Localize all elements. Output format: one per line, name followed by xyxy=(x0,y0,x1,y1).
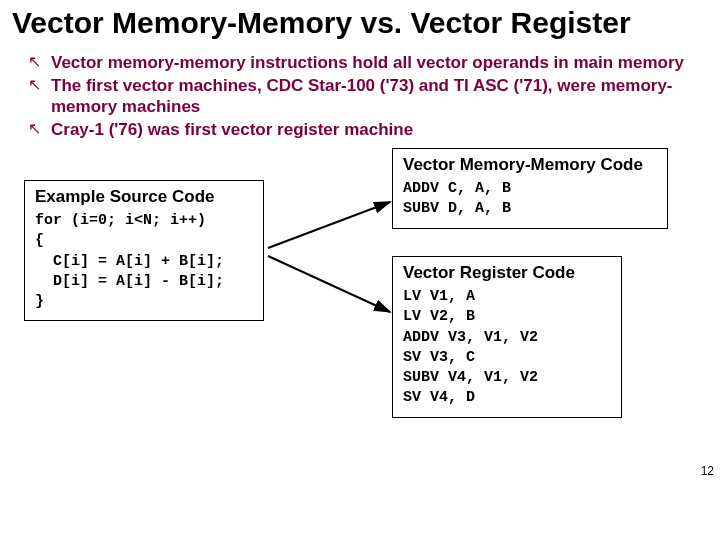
bullet-arrow-icon: ↖ xyxy=(28,75,41,95)
bullet-text: The first vector machines, CDC Star-100 … xyxy=(51,75,704,117)
bullet-item: ↖ Vector memory-memory instructions hold… xyxy=(28,52,704,73)
page-number: 12 xyxy=(701,464,714,478)
bullet-arrow-icon: ↖ xyxy=(28,52,41,72)
register-code: LV V1, A LV V2, B ADDV V3, V1, V2 SV V3,… xyxy=(403,287,611,409)
bullet-text: Vector memory-memory instructions hold a… xyxy=(51,52,684,73)
svg-line-1 xyxy=(268,256,390,312)
memory-memory-title: Vector Memory-Memory Code xyxy=(403,155,657,175)
source-code: for (i=0; i<N; i++) { C[i] = A[i] + B[i]… xyxy=(35,211,253,312)
diagram-area: Example Source Code for (i=0; i<N; i++) … xyxy=(0,142,720,482)
bullet-item: ↖ Cray-1 ('76) was first vector register… xyxy=(28,119,704,140)
memory-memory-box: Vector Memory-Memory Code ADDV C, A, B S… xyxy=(392,148,668,229)
bullet-item: ↖ The first vector machines, CDC Star-10… xyxy=(28,75,704,117)
bullet-arrow-icon: ↖ xyxy=(28,119,41,139)
source-code-title: Example Source Code xyxy=(35,187,253,207)
bullet-list: ↖ Vector memory-memory instructions hold… xyxy=(0,48,720,140)
page-title: Vector Memory-Memory vs. Vector Register xyxy=(0,0,720,48)
register-code-box: Vector Register Code LV V1, A LV V2, B A… xyxy=(392,256,622,418)
bullet-text: Cray-1 ('76) was first vector register m… xyxy=(51,119,413,140)
memory-memory-code: ADDV C, A, B SUBV D, A, B xyxy=(403,179,657,220)
svg-line-0 xyxy=(268,202,390,248)
register-code-title: Vector Register Code xyxy=(403,263,611,283)
source-code-box: Example Source Code for (i=0; i<N; i++) … xyxy=(24,180,264,321)
